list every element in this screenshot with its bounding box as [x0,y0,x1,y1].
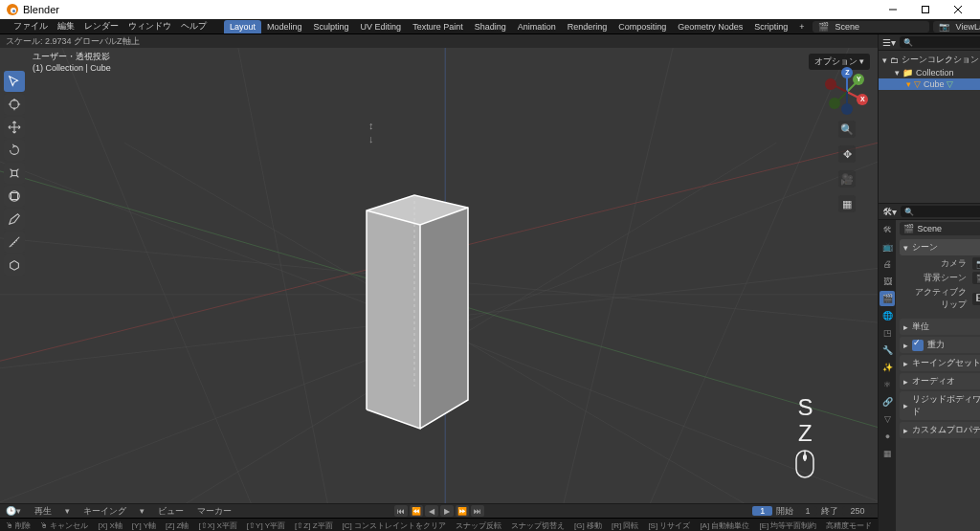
prop-tab-tool[interactable]: 🛠 [880,222,895,237]
menu-render[interactable]: レンダー [80,20,122,33]
scene-selector[interactable]: 🎬 Scene [813,21,929,33]
outliner-search[interactable]: 🔍 [900,36,980,48]
viewlayer-selector[interactable]: 📷 ViewLayer [933,21,980,33]
keyframe-next-button[interactable]: ⏩ [456,505,469,517]
workspace-tab[interactable]: Animation [512,20,562,33]
prop-tab-object[interactable]: ◳ [880,325,895,341]
workspace-tab[interactable]: Modeling [261,20,308,33]
workspace-tab[interactable]: UV Editing [355,20,408,33]
panel-keyingsets[interactable]: ▸ キーイングセット [900,355,980,371]
menu-window[interactable]: ウィンドウ [124,20,175,33]
close-button[interactable] [942,0,974,19]
start-frame-field[interactable]: 1 [797,506,817,516]
3d-viewport[interactable]: ↕↓ ユーザー・透視投影 (1) Collection | Cube オプション… [0,48,878,503]
jump-start-button[interactable]: ⏮ [394,505,408,517]
menu-help[interactable]: ヘルプ [177,20,211,33]
menu-file[interactable]: ファイル [10,20,52,33]
play-reverse-button[interactable]: ◀ [425,505,438,517]
panel-gravity[interactable]: ▸ 重力 [900,337,980,353]
prop-tab-material[interactable]: ● [880,429,895,444]
cube-object[interactable] [359,191,483,440]
props-editor-type-icon[interactable]: 🛠▾ [882,207,897,217]
outliner-mode-icon[interactable]: ☰▾ [882,37,896,48]
workspace-tab-add[interactable]: + [793,20,810,33]
prop-tab-texture[interactable]: ▦ [880,446,895,461]
workspace-tab[interactable]: Sculpting [308,20,355,33]
workspace-tab[interactable]: Texture Paint [407,20,469,33]
timeline-header: 🕒▾ 再生▾ キーイング▾ ビュー マーカー ⏮ ⏪ ◀ ▶ ⏩ ⏭ 1 開始 … [0,503,878,518]
panel-rigidbody[interactable]: ▸ リジッドボディワールド [900,391,980,420]
tool-annotate[interactable] [4,209,25,230]
maximize-button[interactable] [909,0,942,19]
prop-tab-physics[interactable]: ⚛ [880,377,895,392]
panel-scene[interactable]: ▾ シーン [900,239,980,255]
svg-point-2 [12,10,15,12]
property-tabs: 🛠 📺 🖨 🖼 🎬 🌐 ◳ 🔧 ✨ ⚛ 🔗 ▽ ● ▦ [879,220,896,531]
prop-tab-modifier[interactable]: 🔧 [880,343,895,358]
perspective-icon[interactable]: ▦ [838,195,856,212]
current-frame-field[interactable]: 1 [752,506,772,516]
camera-field[interactable]: 📷 [972,257,980,270]
active-clip-field[interactable]: 🎞 [972,293,980,305]
tool-measure[interactable] [4,232,25,253]
axis-arrow-hint: ↕↓ [368,120,374,144]
orbit-gizmo[interactable]: X Y Z [826,71,868,113]
menu-keying[interactable]: キーイング [83,505,126,518]
prop-tab-render[interactable]: 📺 [880,239,895,254]
gravity-checkbox[interactable] [912,340,924,351]
prop-tab-particles[interactable]: ✨ [880,360,895,375]
tool-transform[interactable] [4,186,25,207]
jump-end-button[interactable]: ⏭ [471,505,484,517]
play-button[interactable]: ▶ [440,505,454,517]
svg-line-12 [238,48,331,503]
menu-view[interactable]: ビュー [158,505,184,518]
camera-view-icon[interactable]: 🎥 [838,170,856,188]
properties-search[interactable]: 🔍 [901,206,980,217]
status-bar: 🖱 削除 🖱 キャンセル [X] X軸 [Y] Y軸 [Z] Z軸 [⇧X] X… [0,518,878,531]
bg-scene-field[interactable]: 🎬 [972,272,980,284]
workspace-tab[interactable]: Scripting [748,20,793,33]
prop-tab-constraints[interactable]: 🔗 [880,394,895,409]
blender-logo-icon [6,3,19,16]
outliner-panel: ☰▾ 🔍 ▽• ▾ 🗀 シーンコレクション ▾ 📁 Collection☑👁📷 … [879,34,980,204]
workspace-tab[interactable]: Geometry Nodes [672,20,748,33]
panel-customprops[interactable]: ▸ カスタムプロパティ [900,422,980,438]
scene-breadcrumb[interactable]: 🎬 Scene 📌 [900,222,980,235]
menu-edit[interactable]: 編集 [54,20,78,33]
prop-tab-data[interactable]: ▽ [880,411,895,427]
workspace-tab[interactable]: Rendering [562,20,613,33]
zoom-icon[interactable]: 🔍 [838,121,856,138]
prop-tab-output[interactable]: 🖨 [880,256,895,272]
prop-tab-viewlayer[interactable]: 🖼 [880,274,895,289]
workspace-tab-layout[interactable]: Layout [224,20,261,33]
menu-marker[interactable]: マーカー [197,505,232,518]
viewport-status-line: スケール: 2.9734 グローバルZ軸上 [0,34,878,48]
options-button[interactable]: オプション ▾ [809,54,871,70]
tree-row-scene-collection[interactable]: ▾ 🗀 シーンコレクション [879,53,980,67]
panel-units[interactable]: ▸ 単位 [900,319,980,335]
pan-icon[interactable]: ✥ [838,145,856,163]
window-titlebar: Blender [0,0,980,19]
panel-audio[interactable]: ▸ オーディオ [900,373,980,389]
svg-marker-25 [420,208,468,429]
tool-move[interactable] [4,117,25,138]
svg-line-13 [559,48,673,503]
svg-line-15 [642,48,849,503]
keyframe-prev-button[interactable]: ⏪ [410,505,423,517]
menu-play[interactable]: 再生 [34,505,52,518]
workspace-tab[interactable]: Compositing [612,20,672,33]
tool-add-primitive[interactable] [4,254,25,276]
tool-rotate[interactable] [4,140,25,161]
tool-cursor[interactable] [4,94,25,115]
tool-scale[interactable] [4,163,25,184]
prop-tab-world[interactable]: 🌐 [880,308,895,323]
svg-line-14 [62,48,259,503]
svg-rect-38 [803,454,807,460]
workspace-tab[interactable]: Shading [469,20,512,33]
end-frame-field[interactable]: 250 [842,506,872,516]
tree-row-cube[interactable]: ▾ ▽ Cube ▽👁📷 [879,78,980,90]
tree-row-collection[interactable]: ▾ 📁 Collection☑👁📷 [879,67,980,78]
minimize-button[interactable] [877,0,909,19]
prop-tab-scene[interactable]: 🎬 [880,291,895,306]
tool-select-box[interactable] [4,71,25,92]
